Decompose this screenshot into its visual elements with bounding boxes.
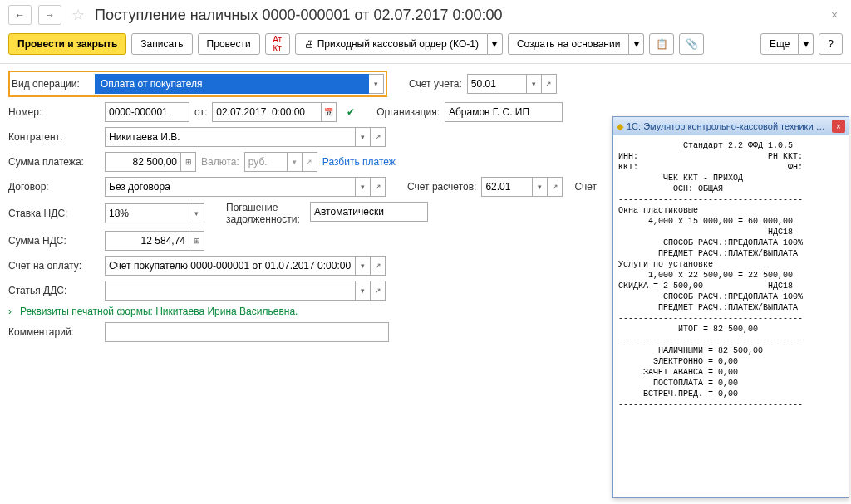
attach-button[interactable]: 📎 [679,33,704,55]
print-dropdown[interactable]: ▾ [488,33,503,55]
dds-input[interactable] [106,281,355,300]
dds-label: Статья ДДС: [8,285,100,296]
panel-close-icon[interactable]: × [832,120,845,133]
more-dropdown[interactable]: ▾ [799,33,814,55]
counterparty-input[interactable] [106,128,355,146]
kkt-emulator-panel: ◆ 1С: Эмулятор контрольно-кассовой техни… [612,116,849,498]
settle-account-label: Счет расчетов: [407,181,476,193]
requisites-link[interactable]: Реквизиты печатной формы: Никитаева Ирин… [20,306,298,317]
operation-type-dropdown[interactable]: ▾ [369,74,384,94]
vat-rate-dropdown[interactable]: ▾ [189,203,204,223]
debt-label: Погашение задолженности: [226,202,305,226]
vat-sum-calc-icon[interactable]: ⊞ [189,231,204,251]
dds-open[interactable]: ↗ [371,281,386,301]
invoice-dropdown[interactable]: ▾ [356,256,371,276]
close-icon[interactable]: × [826,7,843,23]
amount-label: Сумма платежа: [8,156,100,168]
from-label: от: [194,106,207,118]
counterparty-dropdown[interactable]: ▾ [356,127,371,147]
operation-type-label: Вид операции: [12,78,95,90]
printer-icon: 🖨 [304,38,314,50]
contract-input[interactable] [106,178,355,196]
nav-forward[interactable]: → [38,5,61,25]
vat-sum-label: Сумма НДС: [8,235,100,247]
chevron-right-icon[interactable]: › [8,306,12,317]
dds-dropdown[interactable]: ▾ [356,281,371,301]
vat-rate-label: Ставка НДС: [8,208,100,219]
app-icon: ◆ [617,121,623,132]
currency-open[interactable]: ↗ [303,152,317,172]
post-button[interactable]: Провести [198,33,260,55]
posted-icon: ✔ [347,106,355,118]
more-button[interactable]: Еще [760,33,799,55]
panel-title: 1С: Эмулятор контрольно-кассовой техники… [627,121,829,131]
report-button[interactable]: 📋 [649,33,674,55]
vat-rate-input[interactable] [106,204,189,223]
number-input[interactable] [106,103,189,121]
vat-sum-input[interactable] [106,232,189,250]
account-input[interactable] [468,75,526,93]
date-input[interactable] [213,103,321,121]
settle-account-input[interactable] [482,178,532,196]
currency-dropdown[interactable]: ▾ [288,152,303,172]
receipt-text: Стандарт 2.2 ФФД 1.0.5 ИНН: РН ККТ: ККТ:… [613,135,849,497]
dtct-button[interactable]: АтКт [265,33,290,55]
invoice-label: Счет на оплату: [8,260,100,272]
account-dropdown[interactable]: ▾ [527,74,542,94]
invoice-input[interactable] [106,257,355,275]
counterparty-label: Контрагент: [8,131,100,143]
comment-label: Комментарий: [8,326,100,338]
post-and-close-button[interactable]: Провести и закрыть [8,33,126,55]
account-label: Счет учета: [409,78,462,90]
nav-back[interactable]: ← [8,5,32,25]
operation-type-input[interactable] [95,74,369,94]
split-payment-link[interactable]: Разбить платеж [322,156,396,168]
currency-input[interactable] [245,153,287,171]
save-button[interactable]: Записать [131,33,192,55]
account-open[interactable]: ↗ [542,74,557,94]
contract-open[interactable]: ↗ [371,177,386,197]
date-calendar-icon[interactable]: 📅 [322,102,337,122]
amount-input[interactable] [106,153,180,171]
counterparty-open[interactable]: ↗ [371,127,386,147]
org-input[interactable] [445,103,562,121]
contract-dropdown[interactable]: ▾ [356,177,371,197]
settle-account-open[interactable]: ↗ [548,177,563,197]
adv-account-label: Счет [574,181,597,193]
invoice-open[interactable]: ↗ [371,256,386,276]
currency-label: Валюта: [201,156,239,168]
create-based-button[interactable]: Создать на основании [508,33,630,55]
amount-calc-icon[interactable]: ⊞ [181,152,196,172]
create-based-dropdown[interactable]: ▾ [629,33,644,55]
debt-input[interactable] [311,203,427,221]
contract-label: Договор: [8,181,100,193]
comment-input[interactable] [106,323,388,341]
page-title: Поступление наличных 0000-000001 от 02.0… [95,7,503,24]
org-label: Организация: [376,106,440,118]
help-button[interactable]: ? [819,33,843,55]
print-order-button[interactable]: 🖨Приходный кассовый ордер (КО-1) [295,33,488,55]
number-label: Номер: [8,106,100,118]
favorite-icon[interactable]: ☆ [68,5,88,25]
settle-account-dropdown[interactable]: ▾ [533,177,548,197]
